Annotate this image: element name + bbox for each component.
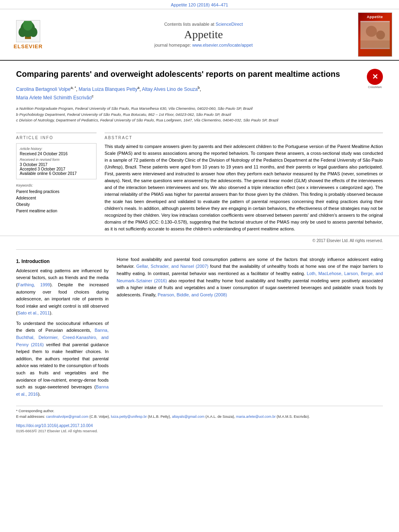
cover-artwork: [360, 21, 390, 49]
pearson-ref[interactable]: Pearson, Biddle, and Gorely (2008): [158, 292, 227, 297]
footnotes-section: * Corresponding author. E-mail addresses…: [16, 406, 383, 419]
elsevier-brand: ELSEVIER: [14, 43, 43, 49]
received-date: Received 24 October 2016: [20, 152, 93, 156]
intro-para2: To understand the sociocultural influenc…: [16, 320, 109, 398]
svg-point-7: [376, 31, 385, 39]
journal-header: ELSEVIER Contents lists available at Sci…: [0, 9, 399, 61]
history-box: Article history: Received 24 October 201…: [16, 143, 97, 179]
intro-para1: Adolescent eating patterns are influence…: [16, 267, 109, 317]
citation-bar: Appetite 120 (2018) 464–471: [0, 0, 399, 9]
keyword-2: Adolescent: [16, 195, 97, 201]
keywords-label: Keywords:: [16, 183, 97, 187]
intro-left-col: 1. Introduction Adolescent eating patter…: [16, 256, 109, 401]
keyword-4: Parent mealtime action: [16, 208, 97, 214]
authors-line: Carolina Bertagnoli Volpea, *, Maria Lui…: [16, 85, 383, 102]
corresponding-label: * Corresponding author.: [16, 409, 54, 413]
loth-ref[interactable]: Loth, MacLehose, Larson, Berge, and Neum…: [117, 271, 383, 283]
affiliation-a: a Nutrition Postgraduate Program, Federa…: [16, 106, 383, 111]
elsevier-logo-section: ELSEVIER: [4, 12, 52, 57]
abstract-panel: ABSTRACT This study aimed to compare ans…: [105, 133, 383, 232]
email-souza[interactable]: altayals@gmail.com: [172, 415, 204, 419]
revised-label: Received in revised form: [20, 158, 93, 162]
issn-text: 0195-6663/© 2017 Elsevier Ltd. All right…: [16, 429, 383, 433]
author-volpe[interactable]: Carolina Bertagnoli Volpe: [16, 86, 70, 92]
contents-line: Contents lists available at ScienceDirec…: [164, 22, 243, 27]
email-label: E-mail addresses:: [16, 415, 45, 419]
accepted-date: Accepted 3 October 2017: [20, 167, 93, 171]
crossmark-icon: ✕: [367, 69, 383, 85]
copyright-line: © 2017 Elsevier Ltd. All rights reserved…: [0, 236, 399, 243]
doi-link[interactable]: https://doi.org/10.1016/j.appet.2017.10.…: [16, 423, 93, 428]
article-meta-section: ARTICLE INFO Article history: Received 2…: [0, 133, 399, 232]
keyword-1: Parent feeding practices: [16, 189, 97, 195]
introduction-section: 1. Introduction Adolescent eating patter…: [0, 256, 399, 401]
abstract-text: This study aimed to compare answers give…: [105, 143, 383, 232]
affiliation-b: b Psychobiology Department, Federal Univ…: [16, 112, 383, 117]
author-petty[interactable]: Maria Luiza Blanques Petty: [79, 86, 138, 92]
corresponding-note: * Corresponding author.: [16, 409, 383, 414]
svg-rect-8: [360, 41, 390, 48]
section-divider: [16, 249, 383, 250]
intro-right-col: Home food availability and parental food…: [117, 256, 383, 401]
intro-heading: 1. Introduction: [16, 259, 109, 264]
journal-homepage-link[interactable]: www.elsevier.com/locate/appet: [192, 43, 253, 47]
abstract-heading: ABSTRACT: [105, 133, 383, 140]
elsevier-logo: ELSEVIER: [14, 20, 43, 49]
bottom-bar: https://doi.org/10.1016/j.appet.2017.10.…: [0, 419, 399, 435]
email-escrivao[interactable]: maria.arlete@uol.com.br: [236, 415, 276, 419]
copyright-text: © 2017 Elsevier Ltd. All rights reserved…: [313, 238, 383, 243]
author-escrivao[interactable]: Maria Arlete Meil Schimith Escrivão: [16, 95, 92, 101]
article-info-panel: ARTICLE INFO Article history: Received 2…: [16, 133, 97, 232]
cover-title: Appetite: [367, 15, 383, 19]
affiliation-c: c Division of Nutrology, Department of P…: [16, 117, 383, 123]
paper-title: Comparing parents' and overweight adoles…: [16, 69, 346, 79]
journal-homepage: journal homepage: www.elsevier.com/locat…: [154, 43, 253, 47]
citation-text: Appetite 120 (2018) 464–471: [171, 2, 228, 7]
email-volpe[interactable]: carolinalvolpe@gmail.com: [46, 415, 88, 419]
journal-center: Contents lists available at ScienceDirec…: [52, 12, 355, 57]
history-label: Article history:: [20, 147, 93, 151]
journal-title: Appetite: [184, 28, 223, 41]
elsevier-tree-icon: [16, 20, 40, 42]
farthing-ref[interactable]: Farthing, 1999: [18, 282, 50, 287]
revised-date: 3 October 2017: [20, 162, 93, 167]
banna-ref[interactable]: Banna, Buchthal, Delormier, Creed-Kanash…: [16, 328, 109, 347]
gellar-ref[interactable]: Gellar, Schrader, and Nansel (2007): [136, 264, 209, 269]
online-date: Available online 6 October 2017: [20, 171, 93, 176]
email-petty[interactable]: luiza.petty@unifesp.br: [111, 415, 147, 419]
article-info-heading: ARTICLE INFO: [16, 133, 97, 140]
journal-cover: Appetite: [355, 12, 395, 57]
affiliations: a Nutrition Postgraduate Program, Federa…: [16, 106, 383, 123]
paper-section: Comparing parents' and overweight adoles…: [0, 61, 399, 133]
sato-ref[interactable]: Sato et al., 2011: [18, 310, 50, 315]
svg-point-6: [366, 26, 376, 37]
keyword-3: Obesity: [16, 201, 97, 208]
sciencedirect-link[interactable]: ScienceDirect: [216, 22, 243, 27]
intro-para3: Home food availability and parental food…: [117, 256, 383, 299]
crossmark-badge: ✕ CrossMark: [367, 69, 383, 85]
email-note: E-mail addresses: carolinalvolpe@gmail.c…: [16, 414, 383, 420]
author-souza[interactable]: Altay Alves Lino de Souza: [142, 86, 198, 92]
banna2-ref[interactable]: Banna et al., 2016: [16, 384, 109, 396]
appetite-cover-image: Appetite: [358, 12, 392, 57]
keywords-section: Keywords: Parent feeding practices Adole…: [16, 183, 97, 214]
